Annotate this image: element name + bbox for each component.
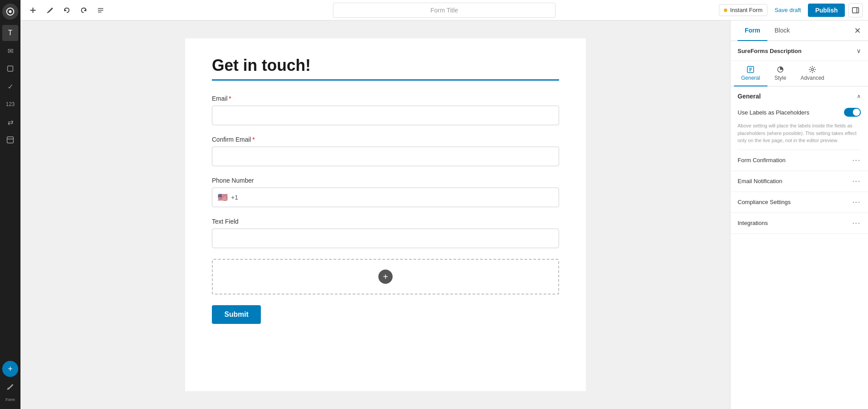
submit-button[interactable]: Submit xyxy=(212,305,261,324)
general-section: General ∧ Use Labels as Placeholders Abo… xyxy=(730,86,868,150)
form-canvas: Get in touch! Email* Confirm Email* Phon… xyxy=(185,38,586,391)
email-required-star: * xyxy=(229,95,231,102)
phone-label: Phone Number xyxy=(212,177,559,184)
add-block-zone[interactable]: + xyxy=(212,259,559,294)
confirm-email-required-star: * xyxy=(252,136,255,143)
undo-button[interactable] xyxy=(60,3,74,17)
sureforms-description-chevron: ∨ xyxy=(856,47,861,54)
panel-close-button[interactable]: ✕ xyxy=(854,27,861,35)
sureforms-description-section[interactable]: SureForms Description ∨ xyxy=(730,41,868,61)
sidebar-item-number[interactable]: 123 xyxy=(2,96,18,112)
top-toolbar: Instant Form Save draft Publish xyxy=(20,0,868,20)
instant-form-badge[interactable]: Instant Form xyxy=(719,4,767,16)
form-heading: Get in touch! xyxy=(212,56,559,81)
sidebar-item-brush[interactable] xyxy=(2,379,18,395)
svg-rect-10 xyxy=(852,8,859,13)
sureforms-description-label: SureForms Description xyxy=(738,48,802,54)
phone-field-group: Phone Number 🇺🇸 +1 xyxy=(212,177,559,207)
form-title-input[interactable] xyxy=(333,3,556,18)
sidebar-item-transfer[interactable]: ⇄ xyxy=(2,114,18,130)
status-dot xyxy=(724,8,727,12)
general-section-header: General ∧ xyxy=(738,86,861,104)
toolbar-right: Instant Form Save draft Publish xyxy=(719,3,863,17)
integrations-menu[interactable]: ··· xyxy=(852,219,861,227)
instant-form-label: Instant Form xyxy=(730,7,763,13)
confirm-email-input[interactable] xyxy=(212,147,559,166)
form-confirmation-menu[interactable]: ··· xyxy=(852,156,861,164)
helper-text: Above setting will place the labels insi… xyxy=(738,122,861,150)
right-panel-body: SureForms Description ∨ General Style xyxy=(730,41,868,409)
add-button[interactable] xyxy=(26,3,40,17)
right-panel-header: Form Block ✕ xyxy=(730,20,868,41)
phone-flag: 🇺🇸 xyxy=(218,192,227,202)
panel-tab-block[interactable]: Block xyxy=(767,20,797,41)
redo-button[interactable] xyxy=(77,3,91,17)
compliance-settings-row[interactable]: Compliance Settings ··· xyxy=(730,192,868,213)
sidebar-item-check[interactable]: ✓ xyxy=(2,78,18,94)
sidebar-bottom: + Form xyxy=(2,361,18,405)
list-button[interactable] xyxy=(93,3,108,17)
form-confirmation-row[interactable]: Form Confirmation ··· xyxy=(730,150,868,171)
general-section-chevron: ∧ xyxy=(857,93,861,99)
sidebar-item-checkbox[interactable] xyxy=(2,61,18,77)
text-field-group: Text Field xyxy=(212,218,559,248)
svg-rect-3 xyxy=(7,137,13,143)
publish-button[interactable]: Publish xyxy=(808,4,845,17)
form-confirmation-label: Form Confirmation xyxy=(738,157,786,164)
tab-advanced[interactable]: Advanced xyxy=(793,61,831,86)
phone-input-wrapper[interactable]: 🇺🇸 +1 xyxy=(212,188,559,207)
tab-general[interactable]: General xyxy=(734,61,767,86)
text-field-label: Text Field xyxy=(212,218,559,225)
compliance-settings-label: Compliance Settings xyxy=(738,199,791,205)
svg-point-1 xyxy=(9,10,12,13)
sidebar-item-mail[interactable]: ✉ xyxy=(2,43,18,59)
integrations-label: Integrations xyxy=(738,220,768,226)
left-sidebar: T ✉ ✓ 123 ⇄ + Form xyxy=(0,0,20,409)
compliance-settings-menu[interactable]: ··· xyxy=(852,198,861,206)
email-label: Email* xyxy=(212,95,559,102)
use-labels-toggle-row: Use Labels as Placeholders xyxy=(738,104,861,120)
integrations-row[interactable]: Integrations ··· xyxy=(730,213,868,234)
email-notification-label: Email Notification xyxy=(738,178,782,184)
svg-rect-2 xyxy=(8,66,13,71)
main-canvas-area: Get in touch! Email* Confirm Email* Phon… xyxy=(41,20,730,409)
toggle-knob xyxy=(853,109,860,116)
add-block-icon: + xyxy=(378,270,393,284)
toggle-panel-button[interactable] xyxy=(848,3,863,17)
phone-number-input[interactable] xyxy=(242,194,553,201)
use-labels-label: Use Labels as Placeholders xyxy=(738,109,809,116)
form-label: Form xyxy=(6,397,15,402)
save-draft-button[interactable]: Save draft xyxy=(771,4,804,16)
text-field-input[interactable] xyxy=(212,229,559,248)
confirm-email-label: Confirm Email* xyxy=(212,136,559,143)
email-notification-row[interactable]: Email Notification ··· xyxy=(730,171,868,192)
general-tabs: General Style Advanced xyxy=(730,61,868,86)
panel-tab-form[interactable]: Form xyxy=(738,20,767,41)
svg-point-17 xyxy=(811,69,814,71)
phone-code: +1 xyxy=(231,194,238,201)
tab-style[interactable]: Style xyxy=(767,61,794,86)
confirm-email-field-group: Confirm Email* xyxy=(212,136,559,166)
right-panel: Form Block ✕ SureForms Description ∨ Gen… xyxy=(730,20,868,409)
add-block-button[interactable]: + xyxy=(2,361,18,377)
general-section-title: General xyxy=(738,93,761,100)
brush-button[interactable] xyxy=(43,3,57,17)
use-labels-toggle[interactable] xyxy=(844,108,861,117)
app-logo[interactable] xyxy=(2,4,18,20)
sidebar-item-hub[interactable] xyxy=(2,132,18,148)
sidebar-item-text[interactable]: T xyxy=(2,25,18,41)
email-field-group: Email* xyxy=(212,95,559,125)
email-input[interactable] xyxy=(212,106,559,125)
email-notification-menu[interactable]: ··· xyxy=(852,177,861,185)
